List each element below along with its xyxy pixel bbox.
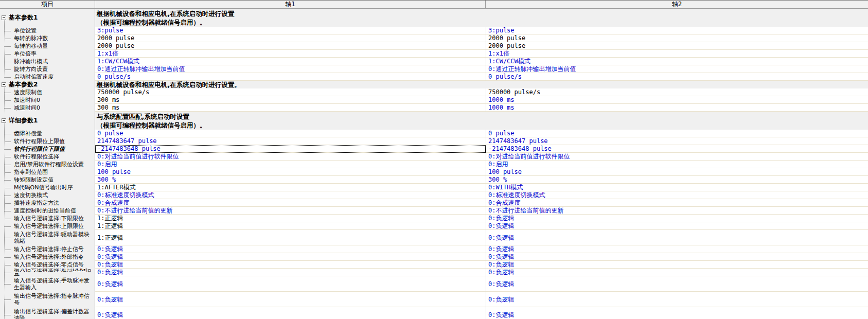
axis1-value-cell[interactable]: 1:正逻辑 (95, 222, 486, 230)
param-item-cell[interactable]: 速度控制时的进给当前值 (0, 207, 95, 215)
axis1-value-cell[interactable]: 0:负逻辑 (95, 276, 486, 292)
axis2-value-cell[interactable]: 0:负逻辑 (486, 307, 868, 319)
param-item-cell[interactable]: 单位倍率 (0, 50, 95, 58)
axis2-value-cell[interactable]: 0:负逻辑 (486, 253, 868, 261)
param-item-cell[interactable]: 输入信号逻辑选择:上限限位 (0, 222, 95, 230)
axis1-value-cell[interactable]: 0:标准速度切换模式 (95, 191, 486, 199)
param-item-cell[interactable]: 输入信号逻辑选择:下限限位 (0, 215, 95, 222)
param-item-cell[interactable]: 单位设置 (0, 27, 95, 34)
param-item-cell[interactable]: 输入信号逻辑选择:停止信号 (0, 245, 95, 253)
param-item-cell[interactable]: 输出信号逻辑选择:偏差计数器清除 (0, 307, 95, 319)
axis1-value-cell[interactable]: 750000 pulse/s (95, 88, 486, 96)
param-item-cell[interactable]: 速度限制值 (0, 88, 95, 96)
param-item-cell[interactable]: 输入信号逻辑选择:驱动器模块就绪 (0, 230, 95, 245)
param-item-cell[interactable]: 插补速度指定方法 (0, 199, 95, 207)
axis1-value-cell[interactable]: 300 % (95, 176, 486, 184)
axis1-value-cell[interactable]: 300 ms (95, 104, 486, 112)
param-item-cell[interactable]: 指令到位范围 (0, 168, 95, 176)
axis2-value-cell[interactable]: 0:负逻辑 (486, 222, 868, 230)
axis2-value-cell[interactable]: 2147483647 pulse (486, 137, 868, 145)
param-item-cell[interactable]: 输出信号逻辑选择:指令脉冲信号 (0, 292, 95, 307)
param-item-cell[interactable]: 输入信号逻辑选择:零点信号 (0, 261, 95, 269)
axis2-value-cell[interactable]: 0:WITH模式 (486, 184, 868, 191)
param-item-cell[interactable]: 加速时间0 (0, 96, 95, 104)
axis2-value-cell[interactable]: 1000 ms (486, 96, 868, 104)
axis2-value-cell[interactable]: 0 pulse/s (486, 73, 868, 81)
axis2-value-cell[interactable]: 100 pulse (486, 168, 868, 176)
axis1-value-cell[interactable]: 300 ms (95, 96, 486, 104)
axis1-value-cell[interactable]: 0:负逻辑 (95, 261, 486, 269)
axis2-value-cell[interactable]: 0:通过正转脉冲输出增加当前值 (486, 65, 868, 73)
axis1-value-cell[interactable]: 0:不进行进给当前值的更新 (95, 207, 486, 215)
axis2-value-cell[interactable]: 300 % (486, 176, 868, 184)
group-description: 与系统配置匹配,系统启动时设置（根据可编程控制器就绪信号启用）。 (95, 112, 206, 130)
group-label: 详细参数1 (0, 117, 38, 124)
axis1-value-cell[interactable]: 0:启用 (95, 161, 486, 168)
param-item-cell[interactable]: 输入信号逻辑选择:手动脉冲发生器输入 (0, 276, 95, 292)
axis2-value-cell[interactable]: 0:负逻辑 (486, 269, 868, 276)
param-item-cell[interactable]: 齿隙补偿量 (0, 130, 95, 137)
axis2-value-cell[interactable]: 0:标准速度切换模式 (486, 191, 868, 199)
axis2-value-cell[interactable]: 2000 pulse (486, 42, 868, 50)
axis2-value-cell[interactable]: 0:对进给当前值进行软件限位 (486, 153, 868, 161)
axis2-value-cell[interactable]: 1:CW/CCW模式 (486, 58, 868, 65)
param-item-cell[interactable]: M代码ON信号输出时序 (0, 184, 95, 191)
axis1-value-cell[interactable]: 0 pulse (95, 130, 486, 137)
param-item-cell[interactable]: 输入信号逻辑选择:外部指令 (0, 253, 95, 261)
axis1-value-cell[interactable]: 1:正逻辑 (95, 215, 486, 222)
axis2-value-cell[interactable]: 0:负逻辑 (486, 292, 868, 307)
axis1-value-cell[interactable]: 1:x1倍 (95, 50, 486, 58)
axis1-value-cell[interactable]: 0:通过正转脉冲输出增加当前值 (95, 65, 486, 73)
axis2-value-cell[interactable]: -2147483648 pulse (486, 145, 868, 153)
axis1-value-cell[interactable]: 0:负逻辑 (95, 253, 486, 261)
param-item-cell[interactable]: 旋转方向设置 (0, 65, 95, 73)
axis2-value: 2000 pulse (486, 42, 525, 49)
axis2-value-cell[interactable]: 1:x1倍 (486, 50, 868, 58)
column-header-axis1: 轴1 (95, 1, 486, 8)
param-item-cell[interactable]: 启用/禁用软件行程限位设置 (0, 161, 95, 168)
axis2-value-cell[interactable]: 0:合成速度 (486, 199, 868, 207)
axis2-value-cell[interactable]: 0 pulse (486, 130, 868, 137)
param-item-cell[interactable]: 脉冲输出模式 (0, 58, 95, 65)
axis2-value-cell[interactable]: 0:负逻辑 (486, 261, 868, 269)
axis1-value-cell[interactable]: 2000 pulse (95, 42, 486, 50)
axis1-value-cell[interactable]: 0:对进给当前值进行软件限位 (95, 153, 486, 161)
axis1-value-cell[interactable]: 100 pulse (95, 168, 486, 176)
param-item-cell[interactable]: 减速时间0 (0, 104, 95, 112)
axis2-value-cell[interactable]: 0:负逻辑 (486, 215, 868, 222)
axis2-value-cell[interactable]: 0:负逻辑 (486, 276, 868, 292)
axis2-value-cell[interactable]: 750000 pulse/s (486, 88, 868, 96)
axis1-value-cell[interactable]: 0 pulse/s (95, 73, 486, 81)
axis1-value-cell[interactable]: 0:负逻辑 (95, 245, 486, 253)
axis1-value-cell[interactable]: 1:正逻辑 (95, 230, 486, 245)
axis1-value-cell[interactable]: -2147483648 pulse (95, 145, 486, 153)
axis1-value-cell[interactable]: 2000 pulse (95, 34, 486, 42)
axis1-value-cell[interactable]: 0:负逻辑 (95, 269, 486, 276)
param-item-cell[interactable]: 转矩限制设定值 (0, 176, 95, 184)
axis2-value-cell[interactable]: 0:负逻辑 (486, 245, 868, 253)
axis2-value-cell[interactable]: 2000 pulse (486, 34, 868, 42)
axis2-value-cell[interactable]: 0:负逻辑 (486, 230, 868, 245)
axis1-value-cell[interactable]: 1:CW/CCW模式 (95, 58, 486, 65)
param-item-cell[interactable]: 软件行程限位下限值 (0, 145, 95, 153)
param-row: 指令到位范围100 pulse100 pulse (0, 168, 868, 176)
axis1-value-cell[interactable]: 0:负逻辑 (95, 292, 486, 307)
axis2-value-cell[interactable]: 1000 ms (486, 104, 868, 112)
axis2-value-cell[interactable]: 3:pulse (486, 27, 868, 34)
param-item-cell[interactable]: 速度切换模式 (0, 191, 95, 199)
param-row: 输入信号逻辑选择:下限限位1:正逻辑0:负逻辑 (0, 215, 868, 222)
axis2-value-cell[interactable]: 0:不进行进给当前值的更新 (486, 207, 868, 215)
axis1-value: 0:负逻辑 (95, 245, 123, 253)
param-item-cell[interactable]: 启动时偏置速度 (0, 73, 95, 81)
param-item-cell[interactable]: 每转的脉冲数 (0, 34, 95, 42)
axis1-value-cell[interactable]: 2147483647 pulse (95, 137, 486, 145)
param-item-cell[interactable]: 每转的移动量 (0, 42, 95, 50)
axis1-value-cell[interactable]: 0:负逻辑 (95, 307, 486, 319)
param-item-cell[interactable]: 软件行程限位选择 (0, 153, 95, 161)
axis2-value-cell[interactable]: 0:启用 (486, 161, 868, 168)
axis1-value-cell[interactable]: 0:合成速度 (95, 199, 486, 207)
axis1-value-cell[interactable]: 1:AFTER模式 (95, 184, 486, 191)
param-item-cell[interactable]: 软件行程限位上限值 (0, 137, 95, 145)
param-item-cell[interactable]: 输入信号逻辑选择:近点DOG信号 (0, 269, 95, 276)
axis1-value-cell[interactable]: 3:pulse (95, 27, 486, 34)
